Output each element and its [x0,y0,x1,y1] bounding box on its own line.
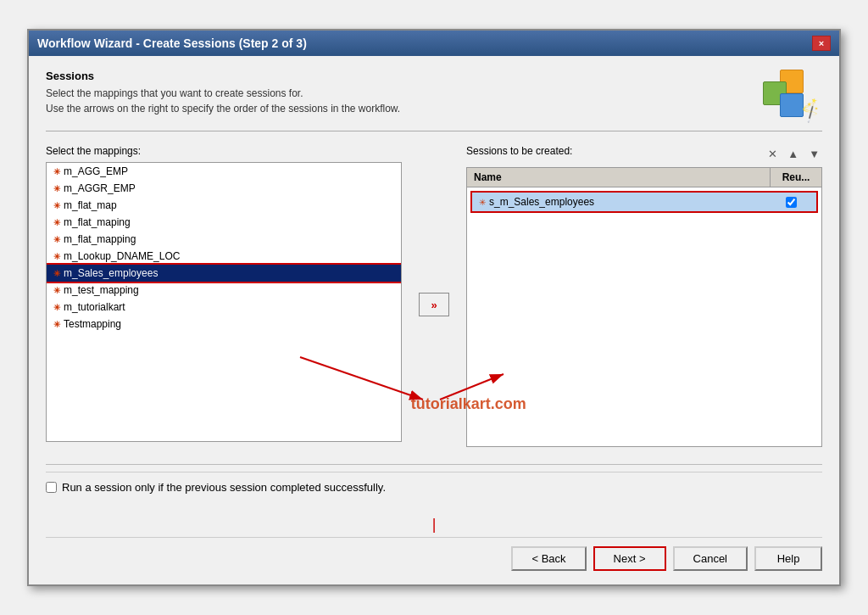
help-button[interactable]: Help [754,546,822,571]
mapping-icon: ✳ [53,303,60,312]
back-button[interactable]: < Back [511,546,586,571]
section-title: Sessions [46,70,400,82]
list-item[interactable]: ✳m_tutorialkart [47,299,401,316]
divider [46,464,822,465]
mappings-listbox[interactable]: ✳m_AGG_EMP✳m_AGGR_EMP✳m_flat_map✳m_flat_… [46,162,402,442]
add-to-sessions-button[interactable]: » [419,293,449,316]
session-row[interactable]: ✳ s_m_Sales_employees [470,191,818,213]
list-item[interactable]: ✳m_flat_map [47,197,401,214]
delete-session-button[interactable]: ✕ [765,147,780,161]
session-reuse-checkbox[interactable] [765,197,816,208]
mapping-icon: ✳ [53,252,60,261]
close-button[interactable]: × [812,36,831,51]
main-content: Select the mappings: ✳m_AGG_EMP✳m_AGGR_E… [46,145,822,447]
session-icon: ✳ [479,198,486,207]
right-panel-header: Sessions to be created: ✕ ▲ ▼ [466,145,822,162]
dialog-title: Workflow Wizard - Create Sessions (Step … [37,36,307,50]
cancel-button[interactable]: Cancel [673,546,748,571]
left-panel-label: Select the mappings: [46,145,402,157]
run-session-label: Run a session only if the previous sessi… [62,481,386,494]
workflow-wizard-dialog: Workflow Wizard - Create Sessions (Step … [27,29,841,586]
mapping-icon: ✳ [53,167,60,176]
list-item[interactable]: ✳m_AGGR_EMP [47,180,401,197]
header-text: Sessions Select the mappings that you wa… [46,70,400,116]
mapping-icon: ✳ [53,184,60,193]
col-reuse-header: Reu... [771,168,821,187]
mapping-icon: ✳ [53,235,60,244]
description-line1: Select the mappings that you want to cre… [46,86,400,101]
red-marker: | [46,516,822,534]
right-panel-label: Sessions to be created: [466,145,572,157]
footer: < Back Next > Cancel Help [46,537,822,571]
list-item[interactable]: ✳m_Sales_employees [47,265,401,282]
list-item[interactable]: ✳m_flat_mapping [47,231,401,248]
mapping-icon: ✳ [53,286,60,295]
list-item[interactable]: ✳m_flat_maping [47,214,401,231]
mapping-icon: ✳ [53,320,60,329]
reuse-checkbox-input[interactable] [786,197,797,208]
session-name-text: s_m_Sales_employees [489,196,594,208]
icon-cluster: 🪄 [754,70,822,120]
checkbox-section: Run a session only if the previous sessi… [46,472,822,502]
mapping-icon: ✳ [53,201,60,210]
dialog-body: Sessions Select the mappings that you wa… [29,56,839,584]
description-line2: Use the arrows on the right to specify t… [46,101,400,116]
title-bar: Workflow Wizard - Create Sessions (Step … [29,31,839,56]
next-button[interactable]: Next > [593,546,666,571]
run-session-checkbox[interactable] [46,482,57,493]
sessions-table[interactable]: Name Reu... ✳ s_m_Sales_employees [466,167,822,447]
right-panel-controls: ✕ ▲ ▼ [765,147,822,161]
session-name-cell: ✳ s_m_Sales_employees [472,193,765,211]
list-item[interactable]: ✳m_Lookup_DNAME_LOC [47,248,401,265]
mapping-icon: ✳ [53,269,60,278]
sessions-table-header: Name Reu... [467,168,821,187]
move-down-button[interactable]: ▼ [806,147,822,161]
col-name-header: Name [467,168,771,187]
arrow-buttons-panel: » [419,145,449,447]
mapping-icon: ✳ [53,218,60,227]
list-item[interactable]: ✳m_test_mapping [47,282,401,299]
header-icon: 🪄 [754,70,822,120]
right-panel: Sessions to be created: ✕ ▲ ▼ Name Reu..… [466,145,822,447]
left-panel: Select the mappings: ✳m_AGG_EMP✳m_AGGR_E… [46,145,402,447]
list-item[interactable]: ✳Testmapping [47,316,401,333]
move-up-button[interactable]: ▲ [785,147,801,161]
list-item[interactable]: ✳m_AGG_EMP [47,163,401,180]
header-section: Sessions Select the mappings that you wa… [46,70,822,131]
